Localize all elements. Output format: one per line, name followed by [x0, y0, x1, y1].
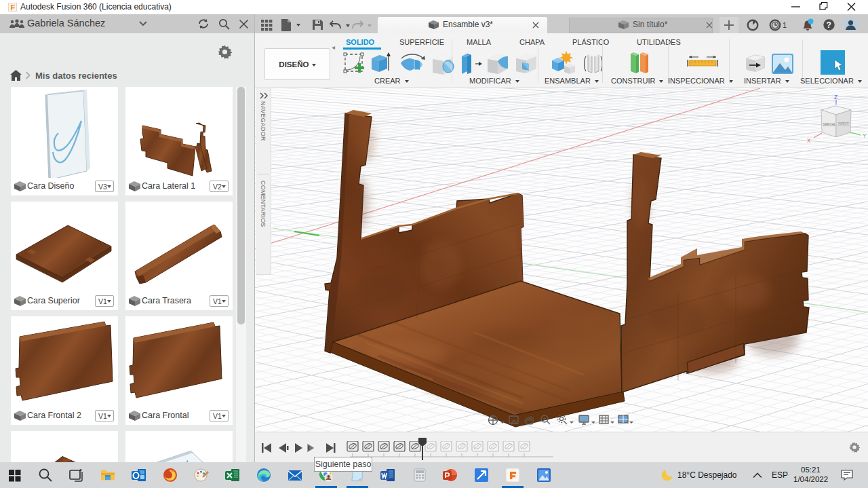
svg-text:Y: Y — [863, 132, 867, 139]
svg-text:Z: Z — [834, 94, 837, 100]
svg-text:1: 1 — [783, 21, 787, 29]
svg-text:DERECHA: DERECHA — [823, 122, 835, 127]
svg-text:X: X — [807, 137, 811, 144]
svg-text:?: ? — [827, 20, 831, 30]
svg-text:ENFRENTE: ENFRENTE — [838, 121, 849, 126]
